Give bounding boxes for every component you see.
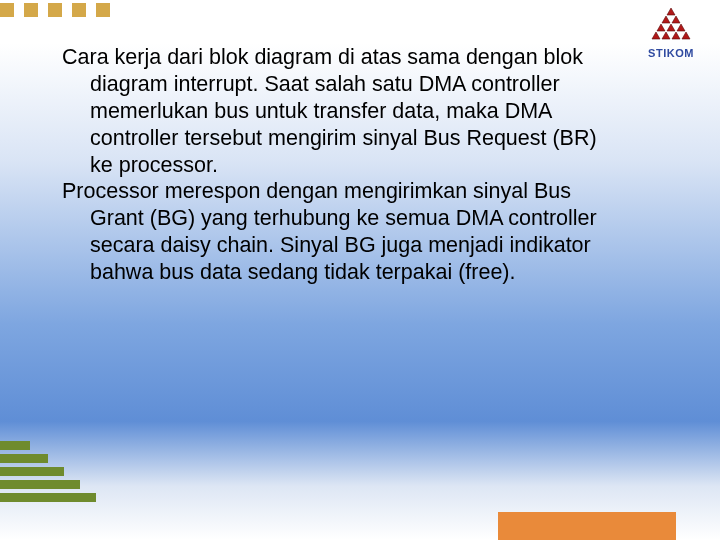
svg-marker-1 — [662, 16, 670, 23]
decor-square — [72, 3, 86, 17]
decor-square — [48, 3, 62, 17]
pyramid-icon — [644, 6, 698, 46]
svg-marker-7 — [662, 32, 670, 39]
slide-body: Cara kerja dari blok diagram di atas sam… — [62, 44, 602, 286]
svg-marker-9 — [682, 32, 690, 39]
paragraph: Cara kerja dari blok diagram di atas sam… — [62, 44, 602, 178]
decor-square — [0, 3, 14, 17]
bottom-decor-block — [498, 512, 676, 540]
svg-marker-5 — [677, 24, 685, 31]
decor-bar — [0, 441, 30, 450]
decor-bar — [0, 493, 96, 502]
decor-square — [96, 3, 110, 17]
svg-marker-2 — [672, 16, 680, 23]
top-decor-squares — [0, 3, 110, 17]
svg-marker-8 — [672, 32, 680, 39]
svg-marker-4 — [667, 24, 675, 31]
stikom-logo: STIKOM — [636, 6, 706, 66]
decor-bar — [0, 480, 80, 489]
decor-bar — [0, 467, 64, 476]
decor-square — [24, 3, 38, 17]
left-decor-bars — [0, 441, 96, 502]
svg-marker-6 — [652, 32, 660, 39]
decor-bar — [0, 454, 48, 463]
svg-marker-0 — [667, 8, 675, 15]
svg-marker-3 — [657, 24, 665, 31]
logo-label: STIKOM — [636, 47, 706, 59]
paragraph: Processor merespon dengan mengirimkan si… — [62, 178, 602, 286]
